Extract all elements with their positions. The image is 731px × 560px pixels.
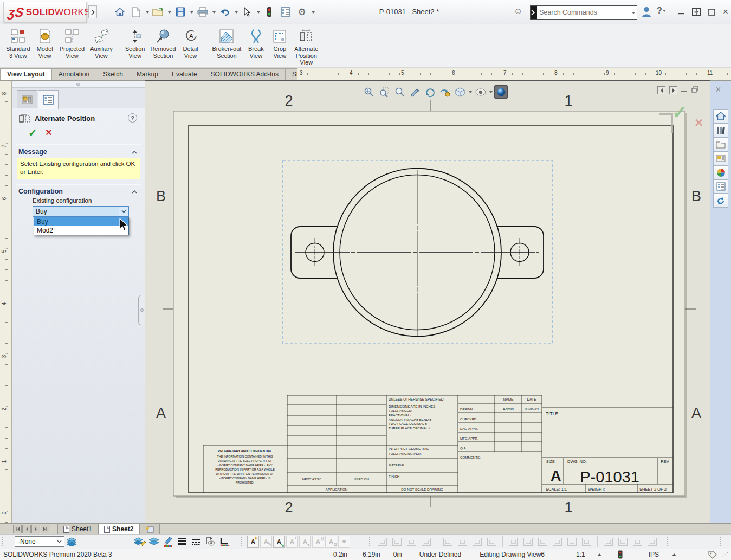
panel-splitter-handle[interactable] [138, 295, 145, 325]
ribbon-button-broken-out-section[interactable]: Broken-out Section [210, 27, 244, 60]
rebuild-button[interactable] [262, 4, 276, 20]
toolbar-grip[interactable] [369, 537, 373, 546]
units-popup-caret[interactable] [672, 551, 676, 556]
feedback-smiley-icon[interactable]: ☺ [514, 7, 522, 16]
search-input[interactable] [537, 9, 629, 16]
search-icon[interactable] [629, 8, 630, 17]
undo-button[interactable] [218, 4, 232, 20]
annotation-chain-button[interactable]: ⚭ [338, 536, 350, 548]
view-orientation-button[interactable] [453, 85, 467, 99]
dropdown-option-mod2[interactable]: Mod2 [34, 226, 128, 235]
task-pane-close-button[interactable]: × [715, 84, 721, 95]
ribbon-button-auxiliary-view[interactable]: Auxiliary View [87, 27, 115, 60]
search-scope-icon[interactable] [531, 6, 537, 19]
dropdown-option-buy[interactable]: Buy [34, 217, 128, 226]
view-palette-button[interactable] [713, 151, 728, 165]
ok-button[interactable]: ✓ [28, 126, 37, 139]
ribbon-button-alternate-position-view[interactable]: Alternate Position View [292, 27, 321, 67]
new-document-button[interactable] [129, 4, 143, 20]
graphics-area[interactable]: 2 1 2 1 B A B A [145, 80, 710, 523]
doc-minimize-button[interactable] [681, 87, 688, 94]
close-window-button[interactable]: × [720, 7, 731, 17]
tab-solidworks-add-ins[interactable]: SOLIDWORKS Add-Ins [204, 68, 286, 80]
design-library-button[interactable] [713, 123, 728, 137]
sheet1-tab[interactable]: Sheet1 [57, 524, 98, 534]
tab-evaluate[interactable]: Evaluate [165, 68, 204, 80]
note-button[interactable]: A✦ [247, 536, 259, 548]
ribbon-button-standard-3-view[interactable]: Standard 3 View [3, 27, 33, 60]
unit-system[interactable]: IPS [649, 551, 659, 558]
minimize-button[interactable] [675, 7, 687, 17]
select-button[interactable] [240, 4, 254, 20]
toolbar-grip[interactable] [720, 537, 723, 546]
annotation-link-button[interactable]: A● [299, 536, 311, 548]
file-properties-button[interactable] [279, 4, 293, 20]
help-dropdown-caret[interactable] [663, 10, 666, 14]
open-dropdown-caret[interactable] [168, 11, 171, 15]
menu-flyout-arrow[interactable] [88, 5, 97, 18]
edit-appearance-button[interactable] [494, 85, 508, 99]
last-sheet-button[interactable] [41, 525, 49, 533]
display-style-caret[interactable] [489, 91, 493, 95]
scale-popup-caret[interactable] [597, 551, 601, 556]
login-button[interactable] [641, 6, 652, 20]
ribbon-button-detail-view[interactable]: A Detail View [179, 27, 203, 60]
save-dropdown-caret[interactable] [190, 11, 193, 15]
ribbon-button-removed-section[interactable]: Removed Section [147, 27, 178, 60]
toolbar-grip[interactable] [2, 537, 6, 546]
ribbon-button-crop-view[interactable]: Crop View [268, 27, 292, 60]
color-display-mode-button[interactable] [218, 535, 231, 548]
tab-feature-manager[interactable] [17, 90, 37, 108]
edit-annotation-button[interactable]: A✎ [260, 536, 272, 548]
layer-combobox[interactable]: -None- [15, 536, 64, 547]
ribbon-button-model-view[interactable]: Model View [33, 27, 57, 60]
undo-dropdown-caret[interactable] [235, 11, 238, 15]
cancel-button[interactable]: × [46, 126, 52, 139]
hide-show-edges-button[interactable] [204, 535, 217, 548]
ribbon-button-break-view[interactable]: Break View [244, 27, 268, 60]
open-button[interactable] [151, 4, 165, 20]
layer-properties-edit-button[interactable] [133, 535, 146, 548]
line-thickness-button[interactable] [176, 535, 189, 548]
configuration-combobox[interactable]: Buy [33, 206, 129, 217]
appearances-button[interactable] [713, 165, 728, 179]
save-button[interactable] [173, 4, 187, 20]
zoom-to-fit-button[interactable] [362, 85, 376, 99]
print-dropdown-caret[interactable] [212, 11, 216, 15]
zoom-to-area-button[interactable] [377, 85, 391, 99]
add-symbol-button[interactable]: A+ [286, 536, 298, 548]
print-button[interactable] [196, 4, 210, 20]
sheet2-tab[interactable]: Sheet2 [98, 524, 139, 534]
ribbon-button-section-view[interactable]: Section View [122, 27, 148, 60]
confirm-cancel-button[interactable]: × [695, 114, 703, 131]
home-tab-button[interactable] [713, 109, 728, 123]
file-explorer-button[interactable] [713, 137, 728, 151]
ribbon-button-projected-view[interactable]: Projected View [57, 27, 87, 60]
pan-button[interactable] [438, 85, 451, 99]
tab-view-layout[interactable]: View Layout [0, 68, 52, 80]
chevron-up-icon[interactable] [132, 190, 137, 194]
combobox-chevron[interactable] [119, 207, 128, 216]
solidworks-resources-button[interactable] [713, 194, 728, 208]
toolbar-grip[interactable] [667, 537, 671, 546]
resize-grip-icon[interactable]: ⋰ [722, 551, 729, 558]
panel-help-button[interactable]: ? [128, 113, 137, 123]
sheet-scale[interactable]: 1:1 [576, 551, 585, 558]
toolbar-grip[interactable] [241, 537, 244, 546]
next-window-button[interactable] [669, 86, 677, 94]
layer-properties-button[interactable] [65, 535, 78, 548]
doc-restore-button[interactable] [691, 86, 699, 94]
options-button[interactable]: ⚙ [295, 4, 309, 20]
tab-markup[interactable]: Markup [130, 68, 165, 80]
add-sheet-tab[interactable] [139, 524, 160, 534]
tab-annotation[interactable]: Annotation [51, 68, 96, 80]
new-dropdown-caret[interactable] [146, 11, 149, 15]
configuration-section-header[interactable]: Configuration [18, 188, 63, 195]
display-style-button[interactable] [474, 85, 487, 99]
search-dropdown-caret[interactable] [632, 12, 635, 16]
annotation-box-button[interactable]: A⌑ [325, 536, 337, 548]
section-view-hud-button[interactable] [407, 85, 421, 99]
chevron-up-icon[interactable] [132, 151, 137, 154]
tab-property-manager[interactable] [38, 90, 59, 109]
layers-button[interactable] [147, 535, 160, 548]
